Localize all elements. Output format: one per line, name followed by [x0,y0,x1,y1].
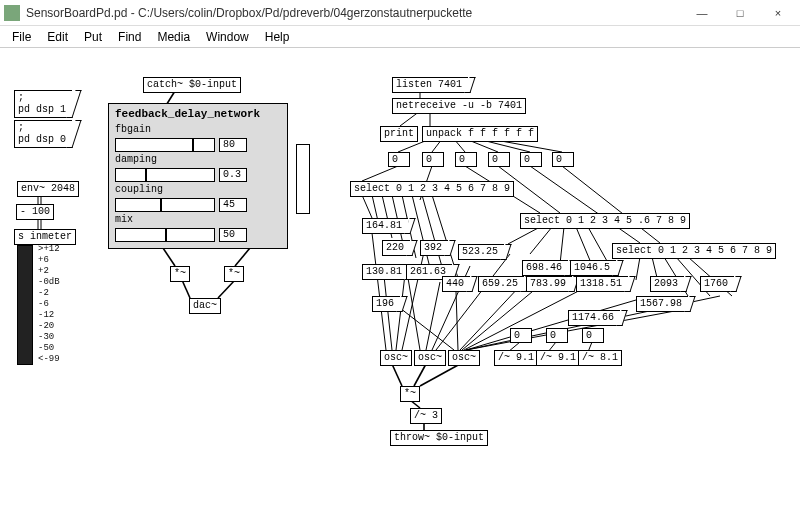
damping-label: damping [115,154,281,165]
menu-file[interactable]: File [6,28,37,46]
patch-canvas[interactable]: catch~ $0-input ; pd dsp 1 ; pd dsp 0 en… [0,48,800,509]
svg-line-23 [392,364,402,386]
menu-find[interactable]: Find [112,28,147,46]
netreceive-obj[interactable]: netreceive -u -b 7401 [392,98,526,114]
env-obj[interactable]: env~ 2048 [17,181,79,197]
msg-1174-66[interactable]: 1174.66 [568,310,620,326]
svg-line-4 [218,280,235,298]
menu-window[interactable]: Window [200,28,255,46]
unpack-num-4[interactable]: 0 [520,152,542,167]
div-3[interactable]: /~ 8.1 [578,350,622,366]
menu-put[interactable]: Put [78,28,108,46]
msg-698-46[interactable]: 698.46 [522,260,568,276]
mix-div3[interactable]: /~ 3 [410,408,442,424]
gop-fdn[interactable]: feedback_delay_network fbgain 80 damping… [108,103,288,249]
svg-line-3 [182,280,190,298]
div-1[interactable]: /~ 9.1 [494,350,538,366]
title-bar: SensorBoardPd.pd - C:/Users/colin/Dropbo… [0,0,800,26]
osc-2[interactable]: osc~ [414,350,446,366]
array-display [296,144,310,214]
fbgain-slider[interactable] [115,138,215,152]
select-1[interactable]: select 0 1 2 3 4 5 6 7 8 9 [350,181,514,197]
msg-783-99[interactable]: 783.99 [526,276,572,292]
unpack-num-2[interactable]: 0 [455,152,477,167]
msg-2093[interactable]: 2093 [650,276,684,292]
svg-line-22 [562,166,660,243]
unpack-num-0[interactable]: 0 [388,152,410,167]
maximize-button[interactable]: □ [722,2,758,24]
select-2[interactable]: select 0 1 2 3 4 5 .6 7 8 9 [520,213,690,229]
msg-130-81[interactable]: 130.81 [362,264,408,280]
damping-slider[interactable] [115,168,215,182]
svg-line-25 [420,364,460,386]
msg-dsp-on[interactable]: ; pd dsp 1 [14,90,72,118]
vu-meter [17,245,33,365]
msg-1046-5[interactable]: 1046.5 [570,260,616,276]
msg-1318-51[interactable]: 1318.51 [576,276,628,292]
gop-title: feedback_delay_network [115,108,281,120]
msg-1567-98[interactable]: 1567.98 [636,296,688,312]
coupling-label: coupling [115,184,281,195]
msg-196[interactable]: 196 [372,296,400,312]
throw-obj[interactable]: throw~ $0-input [390,430,488,446]
menu-bar: File Edit Put Find Media Window Help [0,26,800,48]
msg-440[interactable]: 440 [442,276,470,292]
select-3[interactable]: select 0 1 2 3 4 5 6 7 8 9 [612,243,776,259]
mix-value[interactable]: 50 [219,228,247,242]
window-title: SensorBoardPd.pd - C:/Users/colin/Dropbo… [26,6,684,20]
unpack-obj[interactable]: unpack f f f f f f [422,126,538,142]
menu-media[interactable]: Media [151,28,196,46]
sub100-obj[interactable]: - 100 [16,204,54,220]
menu-help[interactable]: Help [259,28,296,46]
minimize-button[interactable]: — [684,2,720,24]
unpack-num-1[interactable]: 0 [422,152,444,167]
msg-dsp-off[interactable]: ; pd dsp 0 [14,120,72,148]
fbgain-value[interactable]: 80 [219,138,247,152]
catch-obj[interactable]: catch~ $0-input [143,77,241,93]
unpack-num-3[interactable]: 0 [488,152,510,167]
msg-523-25[interactable]: 523.25 [458,244,504,260]
dac-obj[interactable]: dac~ [189,298,221,314]
svg-line-24 [414,364,426,386]
msg-164-81[interactable]: 164.81 [362,218,408,234]
damping-value[interactable]: 0.3 [219,168,247,182]
coupling-slider[interactable] [115,198,215,212]
msg-listen[interactable]: listen 7401 [392,77,468,93]
unpack-num-5[interactable]: 0 [552,152,574,167]
close-button[interactable]: × [760,2,796,24]
svg-line-21 [530,166,640,243]
route-num-0[interactable]: 0 [510,328,532,343]
send-inmeter-obj[interactable]: s inmeter [14,229,76,245]
msg-392[interactable]: 392 [420,240,448,256]
mix-mul[interactable]: *~ [400,386,420,402]
osc-3[interactable]: osc~ [448,350,480,366]
route-num-1[interactable]: 0 [546,328,568,343]
msg-220[interactable]: 220 [382,240,410,256]
msg-659-25[interactable]: 659.25 [478,276,524,292]
svg-line-17 [362,166,398,181]
msg-1760[interactable]: 1760 [700,276,734,292]
mul-right[interactable]: *~ [224,266,244,282]
route-num-2[interactable]: 0 [582,328,604,343]
print-obj[interactable]: print [380,126,418,142]
menu-edit[interactable]: Edit [41,28,74,46]
coupling-value[interactable]: 45 [219,198,247,212]
div-2[interactable]: /~ 9.1 [536,350,580,366]
osc-1[interactable]: osc~ [380,350,412,366]
app-icon [4,5,20,21]
vu-labels: >+12 +6 +2 -0dB -2 -6 -12 -20 -30 -50 <-… [38,244,60,365]
mix-slider[interactable] [115,228,215,242]
mix-label: mix [115,214,281,225]
mul-left[interactable]: *~ [170,266,190,282]
fbgain-label: fbgain [115,124,281,135]
